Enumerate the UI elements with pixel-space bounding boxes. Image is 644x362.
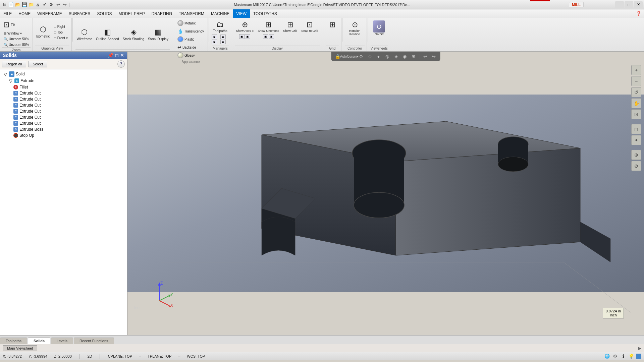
- show-grid-button[interactable]: ⊞ Show Grid: [282, 19, 299, 34]
- main-viewsheet-tab[interactable]: Main Viewsheet: [3, 345, 37, 351]
- menu-drafting[interactable]: DRAFTING: [148, 9, 175, 18]
- regen-all-button[interactable]: Regen all: [2, 61, 26, 67]
- grid-snap-button[interactable]: ⊞: [326, 19, 339, 30]
- maximize-button[interactable]: □: [625, 1, 633, 8]
- redo-icon[interactable]: ↪: [62, 2, 68, 8]
- menu-solids[interactable]: SOLIDS: [94, 9, 115, 18]
- top-view-button[interactable]: □ Top: [53, 30, 69, 35]
- manager-grid-btn-2[interactable]: ▣: [220, 35, 226, 39]
- tree-item-extrude-cut-3[interactable]: C Extrude Cut: [1, 102, 125, 108]
- menu-home[interactable]: HOME: [15, 9, 34, 18]
- axes-btn-2[interactable]: ▣: [245, 34, 250, 39]
- tree-item-extrude-cut-5[interactable]: C Extrude Cut: [1, 114, 125, 120]
- tab-levels[interactable]: Levels: [51, 338, 73, 344]
- tree-item-extrude-boss[interactable]: B Extrude Boss: [1, 126, 125, 132]
- gnomons-btn-2[interactable]: ▣: [269, 34, 274, 39]
- menu-transform[interactable]: TRANSFORM: [175, 9, 208, 18]
- tree-item-extrude-cut-1[interactable]: C Extrude Cut: [1, 90, 125, 96]
- menu-view[interactable]: VIEW: [233, 9, 250, 18]
- wireframe-button[interactable]: ⬡ Wireframe: [75, 27, 94, 42]
- menu-model-prep[interactable]: MODEL PREP: [115, 9, 148, 18]
- open-icon[interactable]: 📂: [15, 2, 21, 8]
- rt-fit[interactable]: ⊡: [631, 109, 641, 119]
- help-icon[interactable]: ❓: [636, 11, 641, 16]
- rotation-position-button[interactable]: ⊙ Rotation Position: [345, 19, 365, 37]
- snap-to-grid-button[interactable]: ⊡ Snap to Grid: [300, 19, 320, 34]
- vt-snap5[interactable]: ◈: [392, 53, 400, 60]
- close-button[interactable]: ✕: [634, 1, 643, 8]
- vt-snap7[interactable]: ⊞: [410, 53, 417, 60]
- isometric-button[interactable]: ⬡ Isometric: [35, 24, 51, 41]
- vt-snap2[interactable]: ◇: [366, 53, 374, 60]
- 3d-viewport-canvas[interactable]: [127, 52, 644, 335]
- menu-machine[interactable]: MACHINE: [208, 9, 233, 18]
- fit-button[interactable]: ⊡ Fit: [2, 19, 16, 30]
- print-icon[interactable]: 🖨: [35, 2, 41, 8]
- metallic-button[interactable]: Metallic: [176, 19, 198, 27]
- translucency-button[interactable]: 💧 Translucency: [176, 28, 206, 35]
- menu-surfaces[interactable]: SURFACES: [65, 9, 94, 18]
- tab-solids[interactable]: Solids: [28, 338, 50, 344]
- menu-toolpaths[interactable]: TOOLPATHS: [250, 9, 280, 18]
- status-info-icon[interactable]: ℹ: [620, 353, 627, 360]
- tree-item-solid[interactable]: ▽ ■ Solid: [1, 71, 125, 77]
- vt-snap6[interactable]: ◉: [401, 53, 409, 60]
- viewsheet-arrow-right[interactable]: ▶: [638, 346, 641, 351]
- show-gnomons-button[interactable]: ⊞ Show Gnomons: [256, 19, 280, 34]
- stock-display-button[interactable]: ▦ Stock Display: [147, 27, 170, 42]
- help-button[interactable]: ?: [117, 60, 125, 68]
- manager-grid-btn-1[interactable]: ▣: [212, 35, 217, 39]
- tree-item-stop-op[interactable]: ⬛ Stop Op: [1, 132, 125, 138]
- minimize-button[interactable]: ─: [615, 1, 624, 8]
- vt-snap4[interactable]: ◎: [384, 53, 391, 60]
- tree-item-extrude-cut-2[interactable]: C Extrude Cut: [1, 96, 125, 102]
- toolpaths-manager-button[interactable]: 🗂 Toolpaths: [212, 19, 229, 34]
- rt-point[interactable]: ✦: [631, 135, 641, 145]
- manager-grid-btn-3[interactable]: ▣: [212, 40, 217, 44]
- rt-pan[interactable]: ✋: [631, 98, 641, 108]
- vt-redo[interactable]: ↪: [430, 53, 438, 60]
- front-view-button[interactable]: □ Front ▾: [53, 36, 69, 41]
- undo-icon[interactable]: ↩: [55, 2, 61, 8]
- rt-rotate[interactable]: ↺: [631, 87, 641, 97]
- tool1-icon[interactable]: ⚙: [48, 2, 54, 8]
- manager-grid-btn-4[interactable]: ▣: [220, 40, 226, 44]
- backside-button[interactable]: ↩ Backside: [176, 44, 198, 51]
- menu-wireframe[interactable]: WIREFRAME: [34, 9, 65, 18]
- rt-zoom-out[interactable]: −: [631, 76, 641, 86]
- new-icon[interactable]: 📄: [8, 2, 14, 8]
- status-light-icon[interactable]: 💡: [628, 353, 635, 360]
- tab-recent-functions[interactable]: Recent Functions: [74, 338, 114, 344]
- tree-item-extrude-cut-6[interactable]: C Extrude Cut: [1, 120, 125, 126]
- vt-snap3[interactable]: ●: [375, 53, 382, 60]
- status-color-icon[interactable]: [636, 354, 641, 359]
- panel-pin-icon[interactable]: 📌: [108, 53, 113, 58]
- verify-icon[interactable]: ✔: [42, 2, 48, 8]
- tree-item-fillet[interactable]: F Fillet: [1, 84, 125, 90]
- panel-unpin-icon[interactable]: ◻: [115, 53, 119, 58]
- unzoom50-button[interactable]: 🔍 Unzoom 50%: [2, 37, 31, 42]
- axes-btn-1[interactable]: ▣: [239, 34, 245, 39]
- tab-toolpaths[interactable]: Toolpaths: [0, 338, 27, 344]
- vt-autocursor[interactable]: AutoCursor▾: [346, 53, 353, 60]
- save-icon[interactable]: 💾: [21, 2, 28, 8]
- window-button[interactable]: ⊞ Window ▾: [2, 31, 23, 36]
- on-off-button[interactable]: ⏻ On/Off: [372, 19, 386, 37]
- status-globe-icon[interactable]: 🌐: [604, 353, 610, 360]
- right-view-button[interactable]: □ Right: [53, 24, 69, 29]
- tree-item-extrude[interactable]: ▽ E Extrude: [1, 77, 125, 84]
- rt-plane[interactable]: ⊕: [631, 150, 641, 160]
- rt-section[interactable]: ⊘: [631, 161, 641, 171]
- stock-shading-button[interactable]: ◈ Stock Shading: [121, 27, 146, 42]
- tree-item-extrude-cut-4[interactable]: C Extrude Cut: [1, 108, 125, 114]
- menu-file[interactable]: FILE: [0, 9, 15, 18]
- outline-shaded-button[interactable]: ◧ Outline Shaded: [95, 27, 120, 42]
- rt-select[interactable]: ◻: [631, 124, 641, 134]
- viewport[interactable]: 🔒 AutoCursor▾ ⊙ ◇ ● ◎ ◈ ◉ ⊞ ↩ ↪ + − ↺ ✋ …: [127, 52, 644, 335]
- plastic-button[interactable]: Plastic: [176, 36, 196, 43]
- gnomons-btn-1[interactable]: ▣: [263, 34, 268, 39]
- show-axes-button[interactable]: ⊕ Show Axes =: [235, 19, 255, 34]
- select-button[interactable]: Select: [28, 61, 47, 67]
- vt-snap1[interactable]: ⊙: [358, 53, 365, 60]
- open2-icon[interactable]: 📁: [28, 2, 34, 8]
